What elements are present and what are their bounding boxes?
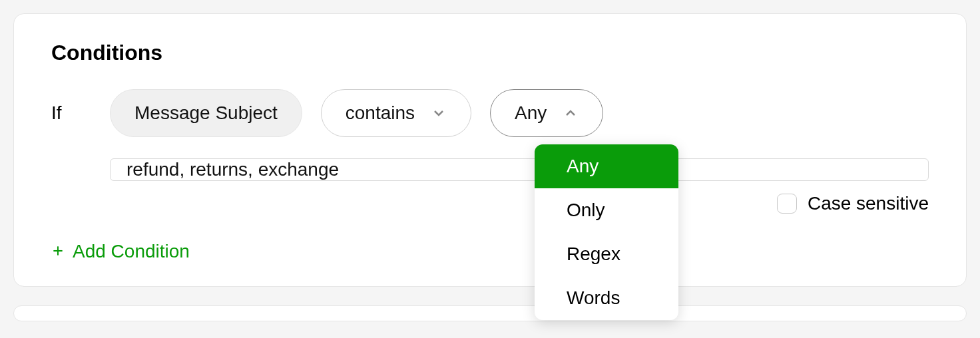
operator-select[interactable]: contains [321,89,471,137]
dropdown-option-words[interactable]: Words [535,276,678,320]
case-sensitive-row: Case sensitive [777,193,929,214]
dropdown-option-any[interactable]: Any [535,144,678,188]
add-condition-button[interactable]: Add Condition [51,241,190,262]
conditions-title: Conditions [51,41,929,65]
chevron-down-icon [431,105,447,121]
match-mode-dropdown: Any Only Regex Words [535,144,678,320]
field-select-label: Message Subject [134,102,278,124]
case-sensitive-checkbox[interactable] [777,194,797,214]
case-sensitive-label: Case sensitive [808,193,929,214]
dropdown-option-only[interactable]: Only [535,188,678,232]
input-wrap: Case sensitive [110,158,929,214]
condition-row: If Message Subject contains Any [51,89,929,137]
case-sensitive-container: Case sensitive [110,193,929,214]
chevron-up-icon [563,105,579,121]
operator-select-label: contains [346,102,415,124]
if-label: If [51,102,91,124]
add-condition-label: Add Condition [73,241,190,262]
plus-icon [51,241,65,262]
conditions-card: Conditions If Message Subject contains A… [13,13,967,287]
match-mode-label: Any [515,102,547,124]
next-card-peek [13,305,967,321]
condition-value-input[interactable] [110,158,929,181]
field-select[interactable]: Message Subject [110,89,302,137]
condition-input-row: Case sensitive [110,158,929,214]
dropdown-option-regex[interactable]: Regex [535,232,678,276]
match-mode-select[interactable]: Any [490,89,603,137]
